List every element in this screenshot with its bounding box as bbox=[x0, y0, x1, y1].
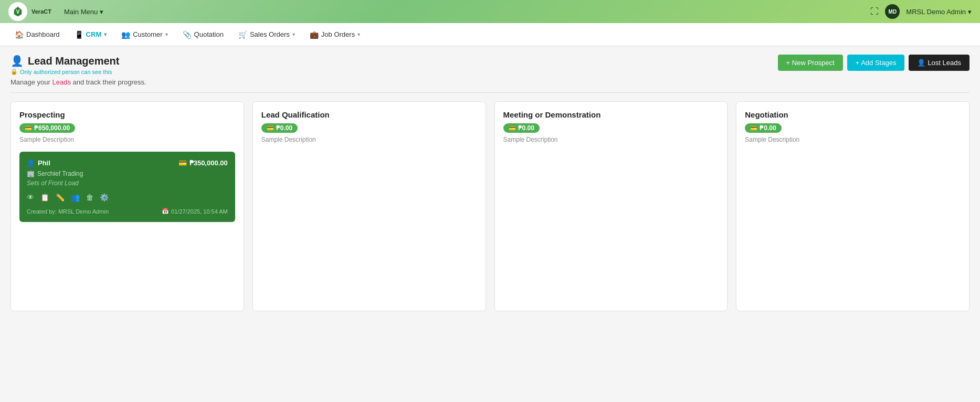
nav-bar: 🏠 Dashboard 📱 CRM ▾ 👥 Customer ▾ 📎 Quota… bbox=[0, 23, 980, 46]
card-company: 🏢 Serchief Trading bbox=[27, 170, 228, 177]
card-calendar-icon: 📅 bbox=[162, 208, 169, 215]
job-orders-chevron: ▾ bbox=[357, 31, 360, 37]
negotiation-badge: 💳 ₱0.00 bbox=[745, 123, 781, 133]
card-amount: 💳 ₱350,000.00 bbox=[178, 159, 228, 167]
authorized-badge: 🔒 Only authorized person can see this bbox=[10, 68, 146, 75]
dashboard-icon: 🏠 bbox=[15, 30, 24, 39]
card-copy-icon[interactable]: 📋 bbox=[40, 193, 49, 202]
prospecting-badge-icon: 💳 bbox=[25, 125, 32, 132]
sales-chevron: ▾ bbox=[292, 31, 295, 37]
lead-qual-badge-icon: 💳 bbox=[267, 125, 274, 132]
meeting-badge-icon: 💳 bbox=[509, 125, 516, 132]
lead-qual-description: Sample Description bbox=[261, 136, 477, 143]
add-stages-button[interactable]: + Add Stages bbox=[847, 55, 905, 71]
nav-customer[interactable]: 👥 Customer ▾ bbox=[115, 27, 174, 42]
new-prospect-button[interactable]: + New Prospect bbox=[778, 55, 843, 71]
prospecting-title: Prospecting bbox=[19, 110, 235, 119]
card-view-icon[interactable]: 👁 bbox=[27, 193, 34, 202]
nav-job-orders[interactable]: 💼 Job Orders ▾ bbox=[303, 27, 366, 42]
fullscreen-button[interactable]: ⛶ bbox=[870, 7, 879, 16]
user-avatar: MD bbox=[885, 4, 900, 19]
card-person-icon: 👤 bbox=[27, 159, 35, 167]
kanban-column-prospecting: Prospecting 💳 ₱650,000.00 Sample Descrip… bbox=[10, 101, 244, 311]
negotiation-badge-icon: 💳 bbox=[750, 125, 757, 132]
crm-chevron: ▾ bbox=[104, 31, 107, 37]
card-assign-icon[interactable]: 👥 bbox=[71, 193, 80, 202]
crm-icon: 📱 bbox=[75, 30, 83, 39]
lead-management-icon: 👤 bbox=[10, 55, 24, 67]
logo-icon: V bbox=[8, 2, 27, 21]
card-money-icon: 💳 bbox=[178, 159, 187, 167]
page-content: 👤 Lead Management 🔒 Only authorized pers… bbox=[0, 46, 980, 320]
nav-dashboard[interactable]: 🏠 Dashboard bbox=[8, 27, 66, 42]
meeting-badge: 💳 ₱0.00 bbox=[503, 123, 540, 133]
page-divider bbox=[10, 92, 970, 93]
logo-text: VeraCT bbox=[31, 8, 51, 15]
meeting-description: Sample Description bbox=[503, 136, 719, 143]
lead-qual-title: Lead Qualification bbox=[261, 110, 477, 119]
kanban-column-meeting: Meeting or Demonstration 💳 ₱0.00 Sample … bbox=[494, 101, 728, 311]
prospect-card: 👤 Phil 💳 ₱350,000.00 🏢 Serchief Trading … bbox=[19, 152, 235, 222]
meeting-title: Meeting or Demonstration bbox=[503, 110, 719, 119]
customer-chevron: ▾ bbox=[165, 31, 168, 37]
job-orders-icon: 💼 bbox=[310, 30, 319, 39]
card-actions: 👁 📋 ✏️ 👥 🗑 ⚙️ bbox=[27, 193, 228, 202]
lost-leads-button[interactable]: 👤 Lost Leads bbox=[909, 55, 970, 71]
header-right: ⛶ MD MRSL Demo Admin ▾ bbox=[870, 4, 972, 19]
card-delete-icon[interactable]: 🗑 bbox=[86, 193, 93, 202]
negotiation-description: Sample Description bbox=[745, 136, 961, 143]
logo-area: V VeraCT Main Menu ▾ bbox=[8, 2, 103, 21]
nav-crm[interactable]: 📱 CRM ▾ bbox=[68, 27, 113, 42]
card-name: 👤 Phil bbox=[27, 159, 50, 167]
lock-icon: 🔒 bbox=[10, 68, 18, 75]
card-top-row: 👤 Phil 💳 ₱350,000.00 bbox=[27, 159, 228, 167]
card-created-by: Created by: MRSL Demo Admin bbox=[27, 208, 109, 215]
kanban-column-lead-qualification: Lead Qualification 💳 ₱0.00 Sample Descri… bbox=[252, 101, 486, 311]
lost-leads-icon: 👤 bbox=[917, 59, 925, 67]
lead-qual-badge: 💳 ₱0.00 bbox=[261, 123, 298, 133]
nav-sales-orders[interactable]: 🛒 Sales Orders ▾ bbox=[232, 27, 301, 42]
svg-text:V: V bbox=[16, 9, 20, 15]
user-name-button[interactable]: MRSL Demo Admin ▾ bbox=[906, 8, 972, 16]
page-title: 👤 Lead Management bbox=[10, 55, 146, 67]
top-header: V VeraCT Main Menu ▾ ⛶ MD MRSL Demo Admi… bbox=[0, 0, 980, 23]
card-footer: Created by: MRSL Demo Admin 📅 01/27/2025… bbox=[27, 208, 228, 215]
action-buttons: + New Prospect + Add Stages 👤 Lost Leads bbox=[778, 55, 970, 71]
page-description: Manage your Leads and track their progre… bbox=[10, 78, 146, 86]
prospecting-badge: 💳 ₱650,000.00 bbox=[19, 123, 75, 133]
kanban-board: Prospecting 💳 ₱650,000.00 Sample Descrip… bbox=[10, 101, 970, 311]
card-edit-icon[interactable]: ✏️ bbox=[56, 193, 65, 202]
quotation-icon: 📎 bbox=[183, 30, 192, 39]
leads-link[interactable]: Leads bbox=[52, 78, 71, 86]
nav-quotation[interactable]: 📎 Quotation bbox=[176, 27, 230, 42]
sales-orders-icon: 🛒 bbox=[238, 30, 247, 39]
main-menu-button[interactable]: Main Menu ▾ bbox=[64, 8, 103, 16]
card-date: 📅 01/27/2025, 10:54 AM bbox=[162, 208, 228, 215]
card-settings-icon[interactable]: ⚙️ bbox=[100, 193, 109, 202]
negotiation-title: Negotiation bbox=[745, 110, 961, 119]
card-product: Sets of Front Load bbox=[27, 179, 228, 187]
page-title-section: 👤 Lead Management 🔒 Only authorized pers… bbox=[10, 55, 146, 86]
page-header: 👤 Lead Management 🔒 Only authorized pers… bbox=[10, 55, 970, 86]
card-building-icon: 🏢 bbox=[27, 170, 35, 177]
kanban-column-negotiation: Negotiation 💳 ₱0.00 Sample Description bbox=[736, 101, 970, 311]
customer-icon: 👥 bbox=[121, 30, 130, 39]
prospecting-description: Sample Description bbox=[19, 136, 235, 143]
